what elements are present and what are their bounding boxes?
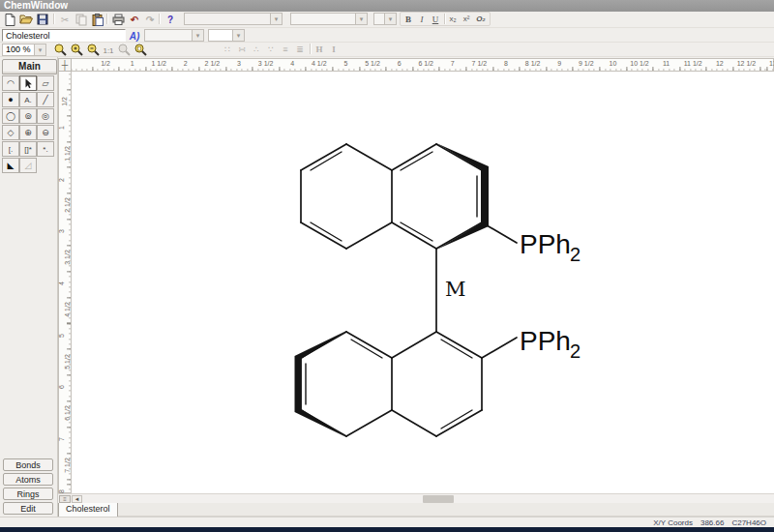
paste-button[interactable]: [90, 13, 105, 26]
label-style-combobox[interactable]: ▾: [144, 29, 204, 42]
orbital-tool[interactable]: ⊚: [19, 108, 37, 124]
pane-split-handle[interactable]: ≡: [59, 495, 71, 503]
chevron-down-icon[interactable]: ▾: [384, 14, 396, 24]
magnifier-icon: [53, 44, 67, 56]
charge-plus-tool[interactable]: ⊕: [19, 125, 37, 140]
distribute-vertical-button[interactable]: I: [327, 44, 341, 55]
atom-label-tool[interactable]: A.: [19, 92, 37, 107]
cut-button[interactable]: ✂: [57, 13, 73, 26]
toolbar-separator: [444, 14, 445, 24]
chevron-down-icon[interactable]: ▾: [34, 44, 45, 55]
text-format-group: B I U x₂ x² O₂: [400, 12, 491, 26]
zoom-area-button[interactable]: [53, 44, 67, 56]
pph-bottom-label: PPh: [520, 326, 571, 356]
rings-palette-button[interactable]: Rings: [3, 488, 53, 500]
pointer-cursor-icon: [24, 78, 33, 89]
edit-palette-button[interactable]: Edit: [3, 502, 53, 515]
bonds-palette-button[interactable]: Bonds: [3, 458, 53, 471]
binap-molecule-drawing[interactable]: PPh 2 PPh 2 M: [72, 72, 774, 493]
hash-wedge-icon: ◿: [25, 161, 32, 170]
align-bottom-button[interactable]: ≣: [293, 44, 307, 55]
toolbar-separator: [106, 14, 107, 24]
document-name-input[interactable]: [2, 29, 126, 42]
actual-size-button[interactable]: 1:1: [101, 44, 116, 57]
superscript-button[interactable]: x²: [460, 14, 473, 25]
h-ruler-label: 4: [290, 60, 294, 67]
font-settings-button[interactable]: A): [127, 29, 142, 43]
italic-button[interactable]: I: [415, 14, 429, 25]
h-ruler-label: 11: [663, 60, 670, 67]
pph-top-subscript: 2: [570, 244, 580, 265]
wedge-bond-tool[interactable]: ◣: [2, 158, 19, 173]
underline-button[interactable]: U: [429, 14, 442, 25]
formula-format-button[interactable]: O₂: [474, 14, 488, 25]
scrollbar-thumb[interactable]: [423, 495, 454, 503]
h-ruler-label: 6 1/2: [418, 60, 433, 67]
toolbar-separator: [310, 44, 311, 54]
color-picker-combobox[interactable]: ▾: [208, 29, 245, 42]
hash-wedge-tool[interactable]: ◿: [19, 158, 37, 173]
atom-sphere-tool[interactable]: ●: [2, 92, 19, 107]
horizontal-scrollbar[interactable]: ≡ ◂: [58, 493, 774, 503]
asterisk-tool[interactable]: *.: [37, 141, 54, 157]
printer-icon: [112, 14, 125, 25]
chevron-down-icon[interactable]: ▾: [270, 14, 282, 24]
context-help-button[interactable]: ?: [163, 13, 178, 26]
tab-main[interactable]: Main: [2, 59, 57, 74]
subscript-button[interactable]: x₂: [446, 14, 460, 25]
crosshair-icon: ┼: [62, 60, 68, 70]
ellipse-ring-tool[interactable]: ◯: [2, 108, 19, 124]
atoms-palette-button[interactable]: Atoms: [3, 473, 53, 486]
copy-button[interactable]: [74, 13, 89, 26]
tab-cholesterol[interactable]: Cholesterol: [58, 503, 118, 517]
style-combobox[interactable]: ▾: [290, 13, 368, 25]
align-top-button[interactable]: ∵: [264, 44, 278, 55]
asterisk-icon: *.: [43, 145, 47, 154]
open-file-button[interactable]: [18, 13, 34, 26]
align-middle-button[interactable]: ≡: [279, 44, 292, 55]
h-ruler-label: 3 1/2: [258, 60, 274, 67]
lasso-tool[interactable]: ◠: [2, 75, 19, 91]
template-combobox[interactable]: ▾: [184, 13, 283, 25]
align-left-button[interactable]: ∷: [221, 44, 234, 55]
zoom-level-combobox[interactable]: 100 % ▾: [2, 44, 46, 56]
bracket-tool[interactable]: [.: [2, 141, 19, 157]
bracket-star-tool[interactable]: []*: [19, 141, 37, 157]
size-combobox[interactable]: ▾: [373, 13, 397, 25]
select-tool[interactable]: [19, 75, 37, 91]
hexagon-tool[interactable]: ◇: [2, 125, 19, 140]
bracket-star-icon: []*: [24, 145, 32, 154]
eraser-icon: ▱: [43, 78, 49, 88]
chevron-down-icon[interactable]: ▾: [192, 30, 203, 41]
ring-flap-tool[interactable]: ◎: [37, 108, 54, 124]
eraser-tool[interactable]: ▱: [37, 75, 54, 91]
h-ruler-label: 3: [237, 60, 241, 67]
chemwindow-app: ChemWindow ✂ ↶ ↷: [0, 0, 774, 532]
v-ruler-label: 6 1/2: [64, 405, 71, 421]
print-button[interactable]: [110, 13, 126, 26]
align-center-button[interactable]: ∺: [235, 44, 249, 55]
h-ruler-label: 8: [504, 60, 508, 67]
help-icon: ?: [167, 15, 173, 25]
zoom-in-button[interactable]: [70, 44, 83, 56]
v-ruler-label: 7: [58, 437, 65, 441]
drawing-canvas[interactable]: PPh 2 PPh 2 M: [72, 72, 774, 493]
redo-button[interactable]: ↷: [142, 13, 158, 26]
align-right-button[interactable]: ∴: [250, 44, 263, 55]
zoom-selection-button[interactable]: [117, 44, 131, 56]
magnifier-page-icon: [134, 44, 147, 56]
bold-button[interactable]: B: [402, 14, 415, 25]
chevron-down-icon[interactable]: ▾: [355, 14, 367, 24]
bond-tool[interactable]: ╱: [37, 92, 54, 107]
scroll-left-button[interactable]: ◂: [72, 495, 82, 503]
charge-minus-tool[interactable]: ⊖: [37, 125, 54, 140]
distribute-horizontal-button[interactable]: H: [313, 44, 326, 55]
save-button[interactable]: [35, 13, 50, 26]
zoom-out-button[interactable]: [86, 44, 100, 56]
v-ruler-label: 4 1/2: [64, 302, 71, 317]
zoom-page-button[interactable]: [134, 44, 147, 56]
new-document-button[interactable]: [2, 13, 17, 26]
chevron-down-icon[interactable]: ▾: [232, 30, 244, 41]
status-bar: X/Y Coords 386.66 C27H46O: [0, 517, 774, 527]
undo-button[interactable]: ↶: [127, 13, 142, 26]
